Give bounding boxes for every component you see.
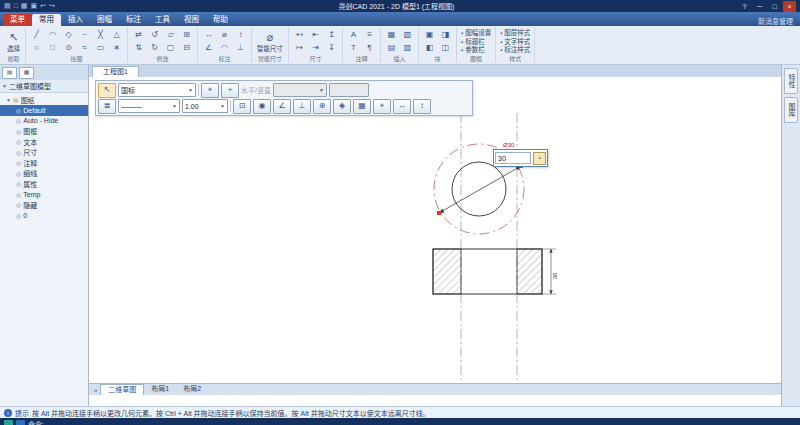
side-tab-特性[interactable]: 特性 (784, 68, 798, 94)
layer-item-隐藏[interactable]: ◎隐藏 (0, 200, 88, 211)
ribbon-textbutton-图层样式[interactable]: ▪图层样式 (500, 29, 530, 37)
ribbon-icon[interactable]: ¶ (362, 41, 377, 55)
lock-icon[interactable]: ▪ (533, 152, 546, 165)
ribbon-icon[interactable]: ╳ (93, 28, 108, 42)
ribbon-icon[interactable]: ↥ (324, 28, 339, 42)
ribbon-textbutton-参数栏[interactable]: ▪参数栏 (461, 46, 491, 54)
new-file-icon[interactable]: □ (14, 0, 18, 12)
layer-item-细线[interactable]: ◎细线 (0, 168, 88, 179)
grid-icon[interactable]: ⊡ (233, 99, 251, 114)
menu-tab-菜单[interactable]: 菜单 (3, 14, 32, 26)
osnap-icon[interactable]: ⌖ (373, 99, 391, 114)
status-icon[interactable] (4, 420, 13, 425)
ribbon-icon[interactable]: T (346, 41, 361, 55)
horizontal-icon[interactable]: ↔ (393, 99, 411, 114)
status-icon[interactable] (16, 420, 25, 425)
hatch-icon[interactable]: ▦ (353, 99, 371, 114)
hatch-region-left[interactable] (433, 249, 461, 294)
visibility-icon[interactable]: ◎ (16, 170, 21, 177)
center-snap-icon[interactable]: ◉ (253, 99, 271, 114)
visibility-icon[interactable]: ◎ (16, 138, 21, 145)
visibility-icon[interactable]: ◎ (16, 117, 21, 124)
layer-item-图框[interactable]: ◎图框 (0, 126, 88, 137)
app-menu-icon[interactable]: ▤ (4, 0, 11, 12)
ribbon-icon[interactable]: ▱ (163, 28, 178, 42)
menu-tab-图幅[interactable]: 图幅 (90, 14, 119, 26)
ribbon-icon[interactable]: ⊟ (179, 41, 194, 55)
viewport[interactable]: 30 ↖ 国标 ▼ ⌖+ 水平/竖直 ▼ (89, 77, 781, 395)
ribbon-icon[interactable]: ↕ (233, 28, 248, 42)
ribbon-icon[interactable]: ◇ (61, 28, 76, 42)
close-button[interactable]: × (783, 1, 796, 12)
layer-item-0[interactable]: ◎0 (0, 210, 88, 221)
ribbon-icon[interactable]: ◠ (217, 41, 232, 55)
tab-nav-button[interactable]: « (94, 387, 97, 393)
command-prompt[interactable]: 命令: (28, 419, 44, 425)
menu-tab-插入[interactable]: 插入 (61, 14, 90, 26)
visibility-icon[interactable]: ◎ (16, 201, 21, 208)
target-icon[interactable]: ⌖ (201, 83, 219, 98)
ribbon-icon[interactable]: ◧ (422, 41, 437, 55)
ribbon-icon[interactable]: ◫ (438, 41, 453, 55)
ribbon-icon[interactable]: ▢ (163, 41, 178, 55)
ribbon-icon[interactable]: ▭ (93, 41, 108, 55)
ribbon-icon[interactable]: ↺ (147, 28, 162, 42)
document-tab[interactable]: 工程图1 (92, 66, 139, 77)
visibility-icon[interactable]: ◎ (16, 159, 21, 166)
layer-item-属性[interactable]: ◎属性 (0, 179, 88, 190)
dimension-style-select[interactable]: 国标 ▼ (118, 83, 196, 97)
ribbon-icon[interactable]: ⇅ (131, 41, 146, 55)
layer-item-Auto - Hide[interactable]: ◎Auto - Hide (0, 116, 88, 127)
ribbon-icon[interactable]: ↧ (324, 41, 339, 55)
linetype-select[interactable]: ——— ▼ (118, 99, 180, 113)
ribbon-bigbutton-智能尺寸[interactable]: ⌀智能尺寸 (255, 28, 285, 55)
open-file-icon[interactable]: ▦ (21, 0, 28, 12)
layer-item-Default[interactable]: ◎Default (0, 105, 88, 116)
ribbon-icon[interactable]: ⇄ (131, 28, 146, 42)
pick-tool-button[interactable]: ↖ (98, 83, 116, 98)
plus-icon[interactable]: + (221, 83, 239, 98)
ribbon-icon[interactable]: ⇤ (308, 28, 323, 42)
ribbon-textbutton-标注样式[interactable]: ▪标注样式 (500, 46, 530, 54)
ribbon-icon[interactable]: ╱ (29, 28, 44, 42)
ribbon-icon[interactable]: ⇥ (308, 41, 323, 55)
dimension-value-input[interactable]: 30 (495, 152, 531, 164)
ribbon-icon[interactable]: ⊞ (179, 28, 194, 42)
ribbon-icon[interactable]: ≡ (362, 28, 377, 42)
undo-icon[interactable]: ↩ (40, 0, 46, 12)
ribbon-textbutton-图幅设置[interactable]: ▪图幅设置 (461, 29, 491, 37)
midpoint-icon[interactable]: ◈ (333, 99, 351, 114)
ribbon-icon[interactable]: ∠ (201, 41, 216, 55)
intersection-icon[interactable]: ⊕ (313, 99, 331, 114)
vertical-dimension-text[interactable]: 30 (552, 272, 558, 279)
menu-tab-常用[interactable]: 常用 (32, 14, 61, 26)
panel-root-row[interactable]: ▼ 二维草图模型 (0, 80, 88, 93)
grip-handle[interactable] (437, 211, 441, 215)
visibility-icon[interactable]: ◎ (16, 107, 21, 114)
ribbon-icon[interactable]: ▣ (422, 28, 437, 42)
vertical-icon[interactable]: ↕ (413, 99, 431, 114)
menu-right-text[interactable]: 新消息管理 (758, 16, 797, 26)
ribbon-icon[interactable]: ~ (77, 28, 92, 42)
linewidth-select[interactable]: 1.00 ▼ (182, 99, 228, 113)
ribbon-icon[interactable]: □ (45, 41, 60, 55)
menu-tab-工具[interactable]: 工具 (148, 14, 177, 26)
ribbon-icon[interactable]: ○ (29, 41, 44, 55)
ribbon-icon[interactable]: ▦ (384, 28, 399, 42)
layer-item-注释[interactable]: ◎注释 (0, 158, 88, 169)
sheet-tab-二维草图[interactable]: 二维草图 (100, 384, 144, 395)
layer-item-尺寸[interactable]: ◎尺寸 (0, 147, 88, 158)
ribbon-icon[interactable]: ⊥ (233, 41, 248, 55)
help-button[interactable]: ? (738, 1, 751, 12)
ribbon-icon[interactable]: ≈ (77, 41, 92, 55)
visibility-icon[interactable]: ◎ (16, 180, 21, 187)
layer-button[interactable]: ≣ (98, 99, 116, 114)
ribbon-icon[interactable]: ◨ (438, 28, 453, 42)
ribbon-textbutton-文字样式[interactable]: ▪文字样式 (500, 38, 530, 46)
menu-tab-标注[interactable]: 标注 (119, 14, 148, 26)
ribbon-icon[interactable]: ⌀ (217, 28, 232, 42)
menu-tab-视图[interactable]: 视图 (177, 14, 206, 26)
ribbon-icon[interactable]: ▤ (384, 41, 399, 55)
layer-item-Temp[interactable]: ◎Temp (0, 189, 88, 200)
ribbon-bigbutton-选择[interactable]: ↖选择 (5, 28, 22, 55)
